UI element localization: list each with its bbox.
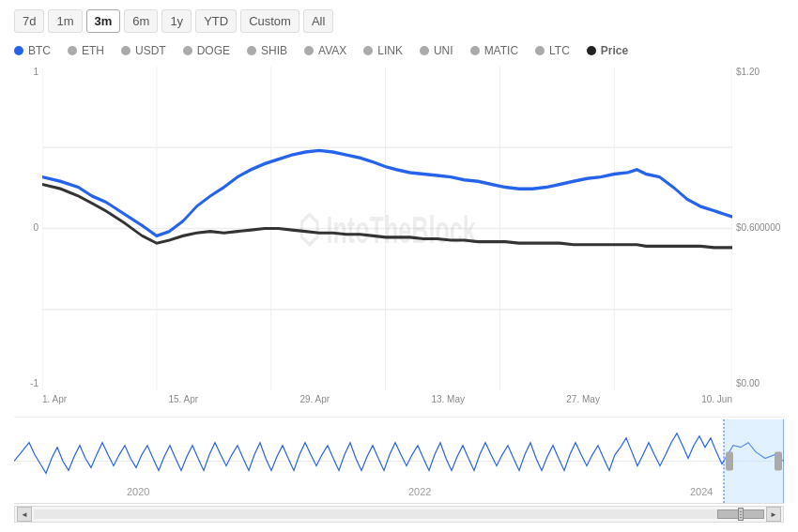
- btn-1m[interactable]: 1m: [48, 9, 82, 33]
- btn-7d[interactable]: 7d: [14, 9, 44, 33]
- btn-6m[interactable]: 6m: [124, 9, 158, 33]
- doge-dot: [183, 46, 192, 55]
- scrollbar-handle-grip: [738, 508, 744, 521]
- time-range-selector: 7d 1m 3m 6m 1y YTD Custom All: [14, 9, 784, 33]
- scrollbar-track[interactable]: [34, 509, 764, 519]
- legend-btc[interactable]: BTC: [14, 44, 51, 57]
- legend-usdt[interactable]: USDT: [121, 44, 166, 57]
- y-label-top-right: $1.20: [736, 67, 760, 77]
- matic-label: MATIC: [484, 44, 518, 57]
- legend-shib[interactable]: SHIB: [247, 44, 287, 57]
- y-label-bot-left: -1: [30, 378, 38, 388]
- handle-line-3: [740, 517, 742, 518]
- btn-all[interactable]: All: [303, 9, 333, 33]
- eth-dot: [68, 46, 77, 55]
- shib-dot: [247, 46, 256, 55]
- handle-line-2: [740, 514, 742, 515]
- avax-dot: [304, 46, 314, 55]
- navigator-chart[interactable]: 2020 2022 2024: [14, 419, 784, 504]
- doge-label: DOGE: [197, 44, 230, 57]
- price-label: Price: [601, 44, 628, 57]
- uni-dot: [420, 46, 429, 55]
- matic-dot: [470, 46, 480, 55]
- chart-wrapper: 1 0 -1 $1.20 $0.600000 $0.00: [14, 67, 784, 417]
- main-chart: 1 0 -1 $1.20 $0.600000 $0.00: [14, 67, 784, 418]
- btn-1y[interactable]: 1y: [161, 9, 192, 33]
- y-axis-right: $1.20 $0.600000 $0.00: [732, 67, 784, 388]
- btn-3m[interactable]: 3m: [86, 9, 121, 33]
- btc-label: BTC: [28, 44, 51, 57]
- y-label-bot-right: $0.00: [736, 378, 760, 388]
- svg-rect-16: [775, 452, 782, 471]
- shib-label: SHIB: [261, 44, 287, 57]
- usdt-dot: [121, 46, 130, 55]
- eth-label: ETH: [82, 44, 104, 57]
- scrollbar[interactable]: ◄ ►: [14, 506, 784, 523]
- handle-line-1: [740, 511, 742, 512]
- scrollbar-left-button[interactable]: ◄: [17, 507, 32, 522]
- ltc-label: LTC: [549, 44, 570, 57]
- uni-label: UNI: [434, 44, 453, 57]
- legend-doge[interactable]: DOGE: [183, 44, 230, 57]
- nav-year-2024: 2024: [690, 486, 713, 497]
- x-label-15apr: 15. Apr: [168, 394, 198, 404]
- main-chart-svg: ⬡ IntoTheBlock: [42, 67, 732, 390]
- nav-year-2022: 2022: [408, 486, 431, 497]
- legend-uni[interactable]: UNI: [420, 44, 453, 57]
- price-dot: [587, 46, 596, 55]
- legend-eth[interactable]: ETH: [68, 44, 104, 57]
- legend-matic[interactable]: MATIC: [470, 44, 518, 57]
- x-label-13may: 13. May: [431, 394, 465, 404]
- y-label-mid-right: $0.600000: [736, 222, 780, 233]
- legend-price[interactable]: Price: [587, 44, 628, 57]
- legend-link[interactable]: LINK: [363, 44, 403, 57]
- x-label-29apr: 29. Apr: [299, 394, 330, 404]
- chart-plot-area: ⬡ IntoTheBlock: [42, 67, 732, 390]
- x-label-27may: 27. May: [566, 394, 600, 404]
- avax-label: AVAX: [318, 44, 346, 57]
- nav-year-2020: 2020: [127, 486, 149, 497]
- scrollbar-right-button[interactable]: ►: [766, 507, 781, 522]
- scrollbar-thumb[interactable]: [717, 509, 764, 519]
- x-axis: 1. Apr 15. Apr 29. Apr 13. May 27. May 1…: [42, 390, 732, 417]
- btc-dot: [14, 46, 23, 55]
- navigator-svg: 2020 2022 2024: [14, 419, 784, 503]
- watermark-text: ⬡ IntoTheBlock: [299, 208, 476, 251]
- y-label-mid-left: 0: [33, 222, 38, 233]
- x-label-10jun: 10. Jun: [701, 394, 732, 404]
- legend-avax[interactable]: AVAX: [304, 44, 346, 57]
- y-axis-left: 1 0 -1: [14, 67, 42, 388]
- link-dot: [363, 46, 373, 55]
- y-label-top-left: 1: [33, 67, 38, 77]
- legend-ltc[interactable]: LTC: [535, 44, 570, 57]
- chart-legend: BTC ETH USDT DOGE SHIB AVAX LINK UNI: [14, 44, 784, 57]
- main-container: 7d 1m 3m 6m 1y YTD Custom All BTC ETH US…: [0, 0, 798, 532]
- svg-rect-15: [726, 452, 733, 471]
- link-label: LINK: [377, 44, 403, 57]
- ltc-dot: [535, 46, 545, 55]
- btn-custom[interactable]: Custom: [240, 9, 299, 33]
- btn-ytd[interactable]: YTD: [195, 9, 237, 33]
- usdt-label: USDT: [135, 44, 166, 57]
- x-label-1apr: 1. Apr: [42, 394, 67, 404]
